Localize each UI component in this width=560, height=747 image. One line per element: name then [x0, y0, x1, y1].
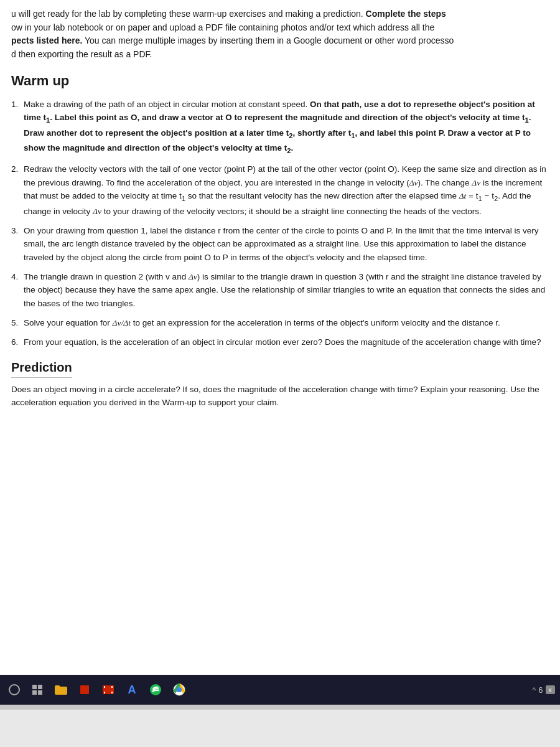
svg-point-13 [177, 687, 182, 692]
intro-text-3: You can merge multiple images by inserti… [82, 35, 454, 45]
x-label[interactable]: x [546, 685, 556, 694]
question-6: 6. From your equation, is the accelerati… [11, 336, 549, 349]
caret-icon: ^ [532, 685, 536, 695]
q3-text: On your drawing from question 1, label t… [24, 226, 538, 262]
intro-text-2: ow in your lab notebook or on paper and … [11, 22, 434, 32]
q4-text: The triangle drawn in question 2 (with v… [24, 272, 545, 308]
svg-rect-7 [111, 686, 113, 688]
stop-icon[interactable] [75, 680, 95, 700]
prediction-body: Does an object moving in a circle accele… [11, 383, 549, 410]
q5-num: 5. [11, 316, 18, 329]
q1-text: Make a drawing of the path of an object … [24, 100, 535, 153]
q3-num: 3. [11, 224, 18, 237]
svg-rect-8 [104, 692, 105, 693]
taskbar: A ^ 6 x [0, 675, 560, 705]
question-list: 1. Make a drawing of the path of an obje… [11, 98, 549, 349]
intro-bold-1: Complete the steps [363, 9, 446, 19]
pred-italic: magnitude [238, 385, 277, 394]
intro-paragraph: u will get ready for the lab by completi… [11, 7, 549, 62]
spotify-icon[interactable] [146, 680, 166, 700]
svg-rect-1 [38, 685, 42, 689]
grey-bar [0, 705, 560, 710]
q4-num: 4. [11, 270, 18, 283]
svg-rect-2 [32, 690, 37, 695]
prediction-section: Prediction Does an object moving in a ci… [11, 360, 549, 410]
svg-rect-6 [104, 686, 105, 688]
folder-icon[interactable] [51, 680, 71, 700]
svg-point-10 [150, 684, 161, 695]
intro-text-4: d then exporting the result as a PDF. [11, 49, 152, 59]
question-3: 3. On your drawing from question 1, labe… [11, 224, 549, 264]
question-4: 4. The triangle drawn in question 2 (wit… [11, 270, 549, 310]
battery-label: 6 [538, 685, 543, 695]
bottom-area [0, 710, 560, 747]
question-2: 2. Redraw the velocity vectors with the … [11, 162, 549, 217]
question-1: 1. Make a drawing of the path of an obje… [11, 98, 549, 157]
intro-bold-2: pects listed here. [11, 35, 82, 45]
svg-rect-9 [111, 692, 113, 693]
intro-text-1: u will get ready for the lab by completi… [11, 9, 363, 19]
pred-text-1: Does an object moving in a circle accele… [11, 385, 238, 394]
letter-a-icon[interactable]: A [122, 680, 142, 700]
film-icon[interactable] [98, 680, 118, 700]
q6-num: 6. [11, 336, 18, 349]
taskbar-right: ^ 6 x [532, 685, 555, 695]
svg-rect-3 [38, 690, 42, 695]
svg-rect-0 [32, 685, 37, 689]
q5-text: Solve your equation for Δv/Δt to get an … [24, 318, 500, 327]
question-5: 5. Solve your equation for Δv/Δt to get … [11, 316, 549, 329]
q6-text: From your equation, is the acceleration … [24, 337, 541, 347]
q2-text: Redraw the velocity vectors with the tai… [24, 164, 546, 215]
svg-rect-4 [80, 685, 89, 694]
prediction-title: Prediction [11, 360, 549, 383]
chrome-icon[interactable] [169, 680, 189, 700]
q1-num: 1. [11, 98, 18, 111]
q2-num: 2. [11, 162, 18, 176]
grid-icon[interactable] [27, 680, 47, 700]
warmup-section: Warm up 1. Make a drawing of the path of… [11, 73, 549, 349]
warmup-title: Warm up [11, 73, 549, 89]
main-content: u will get ready for the lab by completi… [0, 0, 560, 675]
taskbar-circle[interactable] [9, 684, 20, 695]
